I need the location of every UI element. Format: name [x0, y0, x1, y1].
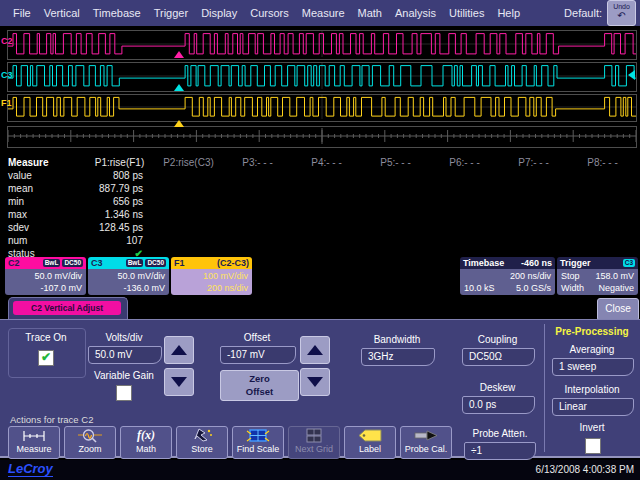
- tab-c2-vertical-adjust[interactable]: C2 Vertical Adjust: [8, 297, 128, 320]
- actions-for-trace-label: Actions for trace C2: [10, 414, 210, 425]
- zero-offset-button[interactable]: Zero Offset: [220, 370, 299, 401]
- c3-trigger-time-marker[interactable]: [174, 84, 184, 91]
- timebase-descriptor-box[interactable]: Timebase -460 ns 200 ns/div 10.0 kS 5.0 …: [460, 257, 555, 295]
- menu-file[interactable]: File: [13, 7, 31, 19]
- timebase-per-div: 200 ns/div: [464, 270, 551, 282]
- f1-trigger-time-marker[interactable]: [174, 120, 184, 127]
- math-button[interactable]: f(x) Math: [120, 426, 172, 459]
- bandwidth-field[interactable]: 3GHz: [361, 348, 435, 366]
- deskew-field[interactable]: 0.0 ps: [462, 396, 535, 414]
- c2-dc50-badge: DC50: [62, 259, 83, 267]
- measure-row-label: value: [8, 170, 32, 181]
- zero-offset-line2: Offset: [221, 385, 298, 398]
- menu-math[interactable]: Math: [358, 7, 382, 19]
- c2-trigger-time-marker[interactable]: [174, 51, 184, 58]
- offset-up-button[interactable]: [300, 336, 330, 364]
- volts-div-down-button[interactable]: [164, 368, 194, 396]
- f1-trace-label: F1: [1, 98, 12, 108]
- zoom-button[interactable]: Zoom: [64, 426, 116, 459]
- trigger-level: 158.0 mV: [595, 270, 634, 282]
- measure-button[interactable]: Measure: [8, 426, 60, 459]
- zero-offset-line1: Zero: [221, 372, 298, 385]
- c3-dc50-badge: DC50: [145, 259, 166, 267]
- timeline-ticks: [8, 127, 636, 145]
- menu-measure[interactable]: Measure: [302, 7, 345, 19]
- menu-utilities[interactable]: Utilities: [449, 7, 484, 19]
- find-scale-button[interactable]: Find Scale: [232, 426, 284, 459]
- trigger-title: Trigger: [560, 258, 591, 268]
- volts-div-field[interactable]: 50.0 mV: [88, 346, 162, 364]
- invert-checkbox[interactable]: [585, 438, 601, 454]
- coupling-field[interactable]: DC50Ω: [462, 348, 535, 366]
- c2-vertical-adjust-dialog: Trace On ✔ Volts/div 50.0 mV Variable Ga…: [0, 319, 640, 458]
- measure-col-p8: P8:- - -: [568, 157, 637, 168]
- preprocessing-title: Pre-Processing: [548, 326, 636, 337]
- volts-div-label: Volts/div: [88, 332, 160, 343]
- close-button[interactable]: Close: [597, 298, 639, 321]
- measure-col-p5: P5:- - -: [361, 157, 430, 168]
- measure-col-p1: P1:rise(F1): [85, 157, 154, 168]
- averaging-field[interactable]: 1 sweep: [552, 358, 634, 376]
- volts-div-up-button[interactable]: [164, 336, 194, 364]
- waveform-grid-c2: [7, 30, 637, 60]
- label-tag-icon: [345, 427, 395, 444]
- label-button[interactable]: Label: [344, 426, 396, 459]
- c2-volts-per-div: 50.0 mV/div: [9, 270, 82, 282]
- measure-row-value: 887.79 ps: [55, 183, 143, 194]
- store-button[interactable]: Store: [176, 426, 228, 459]
- f1-source: (C2-C3): [217, 258, 249, 268]
- menu-analysis[interactable]: Analysis: [395, 7, 436, 19]
- offset-label: Offset: [220, 332, 294, 343]
- c2-descriptor-box[interactable]: C2 BwL DC50 50.0 mV/div -107.0 mV: [5, 257, 86, 295]
- preprocessing-separator: [544, 324, 545, 452]
- f1-waveform-trace: [8, 95, 636, 119]
- waveform-display-area: C2 C3 F1: [0, 26, 640, 156]
- undo-button[interactable]: Undo ↶: [607, 0, 636, 26]
- averaging-label: Averaging: [552, 344, 632, 355]
- menu-trigger[interactable]: Trigger: [154, 7, 188, 19]
- trace-on-label: Trace On: [8, 332, 84, 343]
- menu-display[interactable]: Display: [201, 7, 237, 19]
- measure-row-label: num: [8, 235, 27, 246]
- up-arrow-icon: [171, 345, 187, 355]
- probe-cal-button[interactable]: Probe Cal.: [400, 426, 452, 459]
- c3-volts-per-div: 50.0 mV/div: [92, 270, 165, 282]
- default-setup-label: Default:: [564, 7, 602, 19]
- probe-atten-field[interactable]: ÷1: [464, 442, 536, 460]
- trigger-descriptor-box[interactable]: Trigger C3 Stop 158.0 mV Width Negative: [557, 257, 638, 295]
- menu-vertical[interactable]: Vertical: [44, 7, 80, 19]
- lecroy-logo[interactable]: LeCroy: [8, 462, 53, 477]
- measure-row-label: sdev: [8, 222, 29, 233]
- up-arrow-icon: [307, 345, 323, 355]
- menu-help[interactable]: Help: [497, 7, 520, 19]
- timeline-ruler-grid: [7, 126, 637, 148]
- find-scale-grid-icon: [233, 427, 283, 444]
- measure-table: Measure P1:rise(F1) P2:rise(C3) P3:- - -…: [0, 155, 640, 255]
- f1-volts-per-div: 100 mV/div: [175, 270, 248, 282]
- datetime-display: 6/13/2008 4:00:38 PM: [536, 464, 634, 475]
- interpolation-label: Interpolation: [552, 384, 632, 395]
- trace-on-checkbox[interactable]: ✔: [38, 350, 54, 366]
- variable-gain-checkbox[interactable]: [116, 385, 132, 401]
- measure-row-value: 128.45 ps: [55, 222, 143, 233]
- offset-down-button[interactable]: [300, 368, 330, 396]
- measure-row-label: max: [8, 209, 27, 220]
- timebase-samples: 10.0 kS: [464, 282, 495, 294]
- menu-cursors[interactable]: Cursors: [250, 7, 289, 19]
- menu-timebase[interactable]: Timebase: [93, 7, 141, 19]
- oscilloscope-screen: File Vertical Timebase Trigger Display C…: [0, 0, 640, 480]
- timebase-rate: 5.0 GS/s: [516, 282, 551, 294]
- timebase-title: Timebase: [463, 258, 504, 268]
- measure-row-label: min: [8, 196, 24, 207]
- c2-offset-value: -107.0 mV: [9, 282, 82, 294]
- interpolation-field[interactable]: Linear: [552, 398, 634, 416]
- offset-field[interactable]: -107 mV: [220, 346, 296, 364]
- trigger-level-marker[interactable]: [628, 70, 635, 80]
- f1-descriptor-box[interactable]: F1 (C2-C3) 100 mV/div 200 ns/div: [171, 257, 252, 295]
- waveform-grid-f1: [7, 94, 637, 122]
- measure-title: Measure: [0, 157, 85, 168]
- store-arrow-icon: [177, 427, 227, 444]
- next-grid-icon: [289, 427, 339, 444]
- c3-descriptor-box[interactable]: C3 BwL DC50 50.0 mV/div -136.0 mV: [88, 257, 169, 295]
- invert-label: Invert: [552, 422, 632, 433]
